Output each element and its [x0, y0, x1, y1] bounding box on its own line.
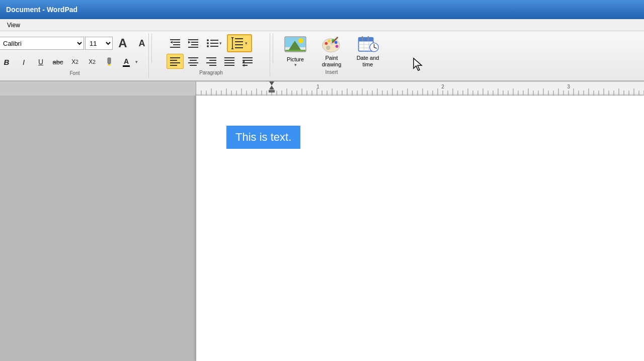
- title-bar: Document - WordPad: [0, 0, 644, 19]
- justify-button[interactable]: [221, 54, 238, 69]
- document-text: This is text.: [226, 126, 300, 149]
- bullet-list-button[interactable]: ▾: [203, 34, 226, 52]
- svg-point-54: [325, 42, 328, 45]
- subscript-button[interactable]: X2: [67, 54, 83, 69]
- svg-marker-7: [170, 41, 173, 44]
- strikethrough-button[interactable]: abc: [50, 54, 66, 69]
- paragraph-group: ▾ ▾: [154, 33, 270, 76]
- font-group-inner: Calibri 11 A A B I U abc X2 X2: [0, 34, 151, 69]
- align-center-svg: [188, 56, 199, 66]
- svg-marker-171: [269, 90, 275, 93]
- date-label-line2: time: [363, 61, 373, 67]
- font-row2: B I U abc X2 X2: [0, 54, 151, 69]
- sep1: [151, 33, 152, 63]
- svg-marker-73: [414, 58, 422, 70]
- svg-rect-2: [108, 64, 111, 65]
- svg-point-57: [335, 41, 338, 44]
- svg-rect-74: [196, 81, 644, 96]
- svg-rect-0: [108, 58, 111, 63]
- font-color-button[interactable]: A: [118, 54, 134, 69]
- rtl-button[interactable]: [239, 54, 256, 69]
- sep2: [273, 33, 273, 63]
- para-row2: [167, 54, 256, 69]
- cursor-svg: [413, 57, 424, 71]
- svg-text:1: 1: [316, 84, 319, 89]
- date-label-line1: Date and: [357, 55, 379, 61]
- paragraph-group-label: Paragraph: [199, 70, 223, 75]
- svg-point-55: [328, 40, 331, 43]
- insert-group: Picture ▾: [276, 33, 389, 76]
- ribbon: Calibri 11 A A B I U abc X2 X2: [0, 31, 644, 81]
- picture-label-text: Picture: [287, 56, 304, 62]
- align-left-button[interactable]: [167, 54, 184, 69]
- selected-text-block: This is text.: [226, 126, 614, 149]
- mouse-cursor: [413, 57, 424, 73]
- picture-button[interactable]: Picture ▾: [278, 34, 313, 68]
- svg-rect-52: [285, 50, 305, 51]
- paint-label-line1: Paint: [325, 55, 338, 61]
- justify-svg: [224, 56, 235, 66]
- italic-button[interactable]: I: [16, 54, 32, 69]
- superscript-button[interactable]: X2: [84, 54, 100, 69]
- bullet-dropdown-arrow: ▾: [219, 41, 222, 46]
- svg-point-14: [207, 42, 209, 44]
- svg-point-13: [207, 39, 209, 41]
- ruler-svg: /* ruler ticks are drawn via JS below */: [196, 81, 644, 96]
- align-right-svg: [206, 56, 217, 66]
- content-area: This is text.: [0, 96, 644, 361]
- underline-button[interactable]: U: [33, 54, 49, 69]
- font-group-label: Font: [69, 70, 79, 76]
- insert-group-label: Insert: [325, 69, 338, 75]
- svg-marker-12: [188, 41, 191, 44]
- decrease-indent-button[interactable]: [167, 36, 184, 51]
- font-group: Calibri 11 A A B I U abc X2 X2: [3, 33, 149, 78]
- picture-label: Picture ▾: [287, 56, 304, 67]
- line-spacing-svg: [231, 36, 245, 50]
- paint-label: Paint drawing: [322, 55, 342, 68]
- menu-bar: View: [0, 19, 644, 31]
- svg-point-51: [298, 38, 303, 43]
- ruler-area: /* ruler ticks are drawn via JS below */: [0, 81, 644, 96]
- align-left-svg: [170, 56, 181, 66]
- increase-indent-svg: [187, 38, 199, 49]
- decrease-indent-svg: [169, 38, 181, 49]
- insert-group-inner: Picture ▾: [278, 34, 385, 68]
- rtl-svg: [242, 56, 253, 66]
- bullet-list-svg: [206, 38, 219, 49]
- svg-text:3: 3: [567, 84, 570, 89]
- highlight-icon: [105, 57, 113, 66]
- date-label: Date and time: [357, 55, 379, 68]
- align-center-button[interactable]: [185, 54, 202, 69]
- font-size-select[interactable]: 11: [85, 37, 113, 50]
- highlight-pencil-svg: [105, 57, 113, 66]
- linespacing-dropdown-arrow: ▾: [245, 41, 248, 46]
- title-bar-text: Document - WordPad: [6, 6, 77, 14]
- font-color-arrow: ▾: [135, 59, 138, 64]
- svg-rect-63: [359, 38, 373, 42]
- date-svg: [356, 35, 379, 53]
- increase-indent-button[interactable]: [185, 36, 202, 51]
- document-area[interactable]: This is text.: [196, 96, 644, 361]
- ruler: /* ruler ticks are drawn via JS below */: [196, 81, 644, 96]
- para-row1: ▾ ▾: [167, 34, 252, 52]
- menu-view[interactable]: View: [2, 21, 25, 30]
- bold-button[interactable]: B: [0, 54, 15, 69]
- svg-point-59: [326, 46, 330, 50]
- line-spacing-button[interactable]: ▾: [227, 34, 252, 52]
- paint-drawing-button[interactable]: Paint drawing: [314, 34, 349, 68]
- font-family-select[interactable]: Calibri: [0, 37, 84, 50]
- font-shrink-button[interactable]: A: [133, 34, 151, 52]
- font-grow-button[interactable]: A: [114, 34, 132, 52]
- paint-label-line2: drawing: [322, 61, 342, 67]
- svg-text:2: 2: [441, 84, 444, 89]
- paint-svg: [320, 35, 343, 53]
- date-time-button[interactable]: Date and time: [350, 34, 385, 68]
- highlight-button[interactable]: [101, 54, 117, 69]
- font-row1: Calibri 11 A A: [0, 34, 151, 52]
- left-panel: [0, 96, 196, 361]
- ruler-left-spacer: [0, 81, 196, 96]
- picture-dropdown-arrow: ▾: [294, 62, 297, 67]
- align-right-button[interactable]: [203, 54, 220, 69]
- font-color-icon: A: [123, 57, 130, 67]
- svg-point-58: [336, 45, 339, 48]
